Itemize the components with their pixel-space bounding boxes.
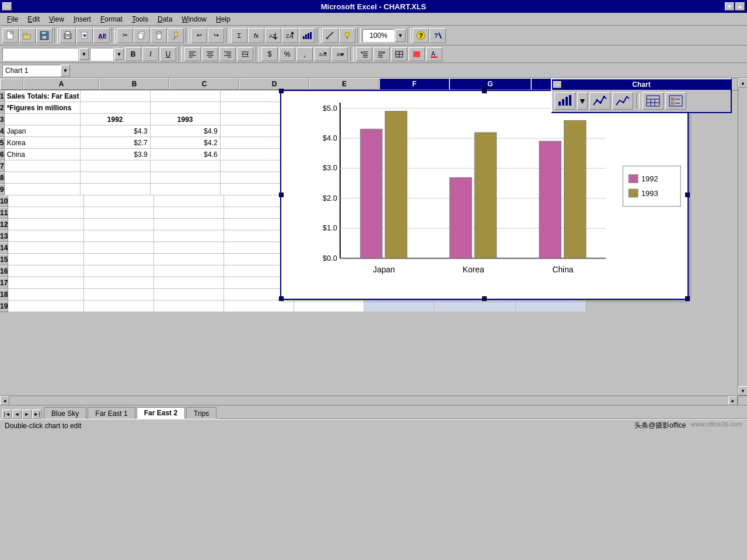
cell-row19-4[interactable]: [294, 300, 364, 312]
increase-indent-button[interactable]: [374, 47, 390, 61]
cell-row10-0[interactable]: [8, 195, 84, 207]
print-button[interactable]: [60, 28, 76, 43]
cell-B6[interactable]: $3.9: [81, 149, 151, 160]
chart-handle-tl[interactable]: [279, 89, 284, 93]
cell-row19-1[interactable]: [84, 300, 154, 312]
menu-edit[interactable]: Edit: [23, 14, 44, 24]
copy-button[interactable]: [134, 28, 150, 43]
cell-row19-6[interactable]: [434, 300, 516, 312]
row-header-3[interactable]: 3: [0, 114, 5, 125]
cell-row17-2[interactable]: [154, 277, 224, 289]
format-painter-button[interactable]: [167, 28, 184, 43]
row-header-17[interactable]: 17: [0, 277, 8, 289]
redo-button[interactable]: ↪: [208, 28, 224, 43]
percent-button[interactable]: %: [279, 47, 295, 61]
chart-handle-bc[interactable]: [482, 296, 487, 301]
cell-row19-7[interactable]: [516, 300, 586, 312]
currency-button[interactable]: $: [261, 47, 278, 61]
chart-object[interactable]: $0.0 $1.0 $2.0 $3.0 $4.0 $5.0: [280, 90, 689, 300]
cell-row13-2[interactable]: [154, 230, 224, 242]
menu-file[interactable]: File: [2, 14, 23, 24]
underline-button[interactable]: U: [160, 47, 176, 61]
chart-option-1[interactable]: [589, 92, 610, 110]
tab-trips[interactable]: Trips: [186, 407, 217, 419]
cell-row14-1[interactable]: [84, 242, 154, 254]
cell-row8-1[interactable]: [81, 172, 151, 184]
cell-row16-0[interactable]: [8, 265, 84, 277]
cell-A4[interactable]: Japan: [5, 125, 81, 137]
cell-row9-0[interactable]: [5, 184, 81, 195]
zoom-dropdown[interactable]: ▼: [395, 29, 406, 42]
cell-A5[interactable]: Korea: [5, 137, 81, 149]
menu-insert[interactable]: Insert: [69, 14, 96, 24]
tab-blue-sky[interactable]: Blue Sky: [44, 407, 86, 419]
cell-row7-0[interactable]: [5, 160, 81, 172]
row-header-10[interactable]: 10: [0, 195, 8, 207]
center-across-button[interactable]: [237, 47, 253, 61]
chart-toolbar-control[interactable]: ─: [553, 81, 561, 88]
decrease-indent-button[interactable]: [356, 47, 372, 61]
font-name-dropdown[interactable]: ▼: [79, 48, 89, 60]
cell-B5[interactable]: $2.7: [81, 137, 151, 149]
font-color-button[interactable]: A: [426, 47, 442, 61]
cell-C3[interactable]: 1993: [151, 114, 221, 125]
scroll-up-button[interactable]: ▲: [738, 78, 747, 88]
undo-button[interactable]: ↩: [191, 28, 207, 43]
align-right-button[interactable]: [219, 47, 236, 61]
print-preview-button[interactable]: [76, 28, 93, 43]
cell-row14-2[interactable]: [154, 242, 224, 254]
row-header-8[interactable]: 8: [0, 172, 5, 184]
chart-option-2[interactable]: [612, 92, 633, 110]
row-header-13[interactable]: 13: [0, 230, 8, 242]
cell-C1[interactable]: [151, 90, 221, 102]
row-header-14[interactable]: 14: [0, 242, 8, 254]
chart-handle-bl[interactable]: [279, 296, 284, 301]
row-header-12[interactable]: 12: [0, 219, 8, 230]
menu-window[interactable]: Window: [177, 14, 211, 24]
open-button[interactable]: [19, 28, 36, 43]
sort-asc-button[interactable]: AZ: [265, 28, 281, 43]
cell-row18-0[interactable]: [8, 289, 84, 300]
row-header-5[interactable]: 5: [0, 137, 5, 149]
tab-first-button[interactable]: |◄: [2, 410, 12, 419]
tab-last-button[interactable]: ►|: [32, 410, 41, 419]
chart-name-box[interactable]: Chart 1: [2, 65, 61, 76]
decrease-decimal-button[interactable]: .00.0: [331, 47, 348, 61]
align-left-button[interactable]: [184, 47, 201, 61]
cell-row13-0[interactable]: [8, 230, 84, 242]
tab-prev-button[interactable]: ◄: [12, 410, 22, 419]
cell-row10-2[interactable]: [154, 195, 224, 207]
cell-row17-1[interactable]: [84, 277, 154, 289]
menu-view[interactable]: View: [44, 14, 69, 24]
cell-row18-1[interactable]: [84, 289, 154, 300]
row-header-4[interactable]: 4: [0, 125, 5, 137]
cell-C5[interactable]: $4.2: [151, 137, 221, 149]
autosum-button[interactable]: Σ: [231, 28, 247, 43]
cell-row17-0[interactable]: [8, 277, 84, 289]
cell-B1[interactable]: [81, 90, 151, 102]
row-header-18[interactable]: 18: [0, 289, 8, 300]
cell-B2[interactable]: [81, 102, 151, 114]
cell-row11-2[interactable]: [154, 207, 224, 219]
vertical-scrollbar[interactable]: ▲ ▼: [738, 78, 747, 396]
cell-B4[interactable]: $4.3: [81, 125, 151, 137]
cell-row12-2[interactable]: [154, 219, 224, 230]
cell-row9-1[interactable]: [81, 184, 151, 195]
cell-row19-0[interactable]: [8, 300, 84, 312]
chart-data-table-button[interactable]: [643, 92, 664, 110]
font-size-dropdown[interactable]: ▼: [114, 48, 124, 60]
cell-row11-1[interactable]: [84, 207, 154, 219]
cell-row19-5[interactable]: [364, 300, 434, 312]
italic-button[interactable]: I: [142, 47, 159, 61]
row-header-16[interactable]: 16: [0, 265, 8, 277]
chart-wizard-button[interactable]: [299, 28, 315, 43]
chart-handle-ml[interactable]: [279, 192, 284, 197]
row-header-9[interactable]: 9: [0, 184, 5, 195]
col-header-D[interactable]: D: [239, 78, 309, 90]
cell-row16-1[interactable]: [84, 265, 154, 277]
bold-button[interactable]: B: [125, 47, 141, 61]
col-header-G[interactable]: G: [449, 78, 531, 90]
row-header-11[interactable]: 11: [0, 207, 8, 219]
cell-A3[interactable]: [5, 114, 81, 125]
color-dropdown[interactable]: [409, 47, 425, 61]
